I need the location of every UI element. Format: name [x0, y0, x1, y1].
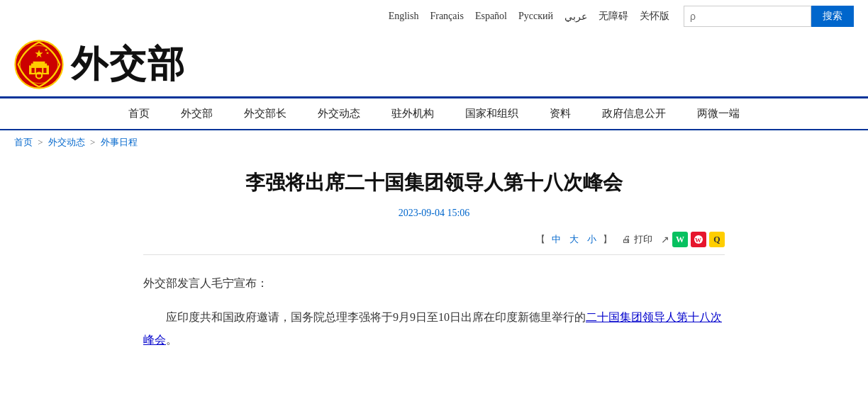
site-header: 外交部 — [0, 33, 868, 98]
article-paragraph-2: 应印度共和国政府邀请，国务院总理李强将于9月9日至10日出席在印度新德里举行的二… — [143, 306, 725, 351]
article-container: 李强将出席二十国集团领导人第十八次峰会 2023-09-04 15:06 【 中… — [115, 154, 753, 391]
nav-social[interactable]: 两微一端 — [681, 98, 755, 129]
breadcrumb-sep2: > — [90, 137, 98, 147]
share-icon-generic: ↗ — [661, 234, 669, 246]
article-toolbar: 【 中 大 小 】 🖨 打印 ↗ W W Q — [143, 232, 725, 255]
nav-minister[interactable]: 外交部长 — [228, 98, 302, 129]
article-link-g20[interactable]: 二十国集团领导人第十八次峰会 — [143, 311, 722, 346]
font-large-btn[interactable]: 大 — [567, 233, 581, 246]
breadcrumb-home[interactable]: 首页 — [14, 137, 33, 147]
font-size-control: 【 中 大 小 】 — [535, 233, 613, 246]
qzone-share-icon[interactable]: Q — [709, 232, 725, 247]
search-area: 搜索 — [684, 6, 854, 27]
article-body: 外交部发言人毛宁宣布： 应印度共和国政府邀请，国务院总理李强将于9月9日至10日… — [143, 272, 725, 351]
nav-gov-info[interactable]: 政府信息公开 — [586, 98, 681, 129]
font-bracket-open: 【 — [536, 233, 545, 246]
weibo-share-icon[interactable]: W — [691, 232, 706, 247]
breadcrumb: 首页 > 外交动态 > 外事日程 — [0, 130, 868, 154]
nav-home[interactable]: 首页 — [113, 98, 165, 129]
nav-missions[interactable]: 驻外机构 — [376, 98, 450, 129]
lang-accessible[interactable]: 无障碍 — [599, 10, 628, 23]
lang-french[interactable]: Français — [430, 11, 463, 22]
lang-arabic[interactable]: عربي — [564, 11, 587, 23]
wechat-share-icon[interactable]: W — [672, 232, 688, 247]
font-medium-btn[interactable]: 中 — [550, 233, 563, 246]
svg-rect-5 — [32, 68, 35, 73]
share-area: ↗ W W Q — [661, 232, 725, 247]
breadcrumb-sep1: > — [38, 137, 45, 147]
article-paragraph-1: 外交部发言人毛宁宣布： — [143, 272, 725, 295]
lang-care[interactable]: 关怀版 — [640, 10, 669, 23]
article-title: 李强将出席二十国集团领导人第十八次峰会 — [143, 169, 725, 196]
lang-english[interactable]: English — [389, 11, 419, 22]
font-small-btn[interactable]: 小 — [585, 233, 599, 246]
top-bar: English Français Español Русский عربي 无障… — [0, 0, 868, 33]
svg-rect-7 — [43, 68, 46, 73]
print-button[interactable]: 🖨 打印 — [622, 233, 652, 246]
svg-text:W: W — [695, 237, 701, 244]
site-logo-text: 外交部 — [71, 46, 186, 83]
search-button[interactable]: 搜索 — [811, 6, 854, 27]
font-bracket-close: 】 — [603, 233, 612, 246]
main-nav: 首页 外交部 外交部长 外交动态 驻外机构 国家和组织 资料 政府信息公开 两微… — [0, 98, 868, 130]
printer-icon: 🖨 — [622, 234, 631, 245]
nav-countries[interactable]: 国家和组织 — [450, 98, 534, 129]
lang-spanish[interactable]: Español — [475, 11, 507, 22]
print-label: 打印 — [634, 233, 652, 246]
lang-russian[interactable]: Русский — [518, 11, 553, 22]
article-date: 2023-09-04 15:06 — [143, 208, 725, 219]
search-input[interactable] — [684, 6, 811, 27]
breadcrumb-schedule[interactable]: 外事日程 — [101, 137, 138, 147]
svg-rect-4 — [33, 62, 45, 64]
nav-mfa[interactable]: 外交部 — [165, 98, 228, 129]
language-links: English Français Español Русский عربي 无障… — [389, 10, 669, 23]
nav-diplomacy[interactable]: 外交动态 — [302, 98, 376, 129]
national-emblem — [14, 40, 64, 89]
breadcrumb-diplomacy[interactable]: 外交动态 — [48, 137, 85, 147]
nav-resources[interactable]: 资料 — [534, 98, 586, 129]
